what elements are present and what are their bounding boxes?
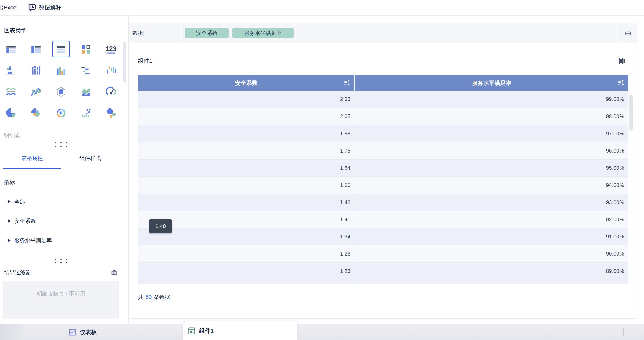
table-row[interactable]: 1.7596.00% (138, 142, 628, 160)
column-width-adjust-icon[interactable] (618, 57, 626, 66)
svg-text:123: 123 (106, 45, 116, 52)
metric-item-all[interactable]: 全部 (8, 198, 25, 205)
tab-component1-active[interactable]: 组件1 (183, 321, 298, 340)
line-chart-icon[interactable] (29, 85, 43, 99)
table-row[interactable]: 1.4192.00% (138, 211, 628, 228)
scatter-chart-icon[interactable] (79, 106, 93, 120)
result-filter-disabled-area: 明细表状态下不可用 (3, 281, 119, 319)
data-explain-label: 数据解释 (39, 4, 61, 11)
table-row[interactable]: 1.2890.00% (138, 245, 628, 263)
column-header-safety-factor[interactable]: 安全系数 (138, 75, 355, 91)
grouped-column-icon[interactable] (4, 64, 18, 78)
top-toolbar: 出Excel 数据解释 (0, 0, 644, 16)
bubble-chart-icon[interactable] (104, 106, 118, 120)
table-row[interactable]: 1.6495.00% (138, 160, 628, 177)
radar-chart-icon[interactable] (54, 85, 68, 99)
component-title: 组件1 (138, 57, 152, 64)
table-cell: 98.00% (355, 108, 628, 125)
tab-component-style[interactable]: 组件样式 (61, 152, 119, 168)
table-cell: 90.00% (355, 245, 628, 262)
bottom-bar-left-shade (0, 324, 24, 340)
detail-table-icon[interactable] (54, 42, 68, 56)
cross-table-icon[interactable] (29, 42, 43, 56)
data-explain-button[interactable]: 数据解释 (28, 3, 61, 12)
field-pill-service-level[interactable]: 服务水平满足率 (232, 28, 294, 38)
table-cell: 97.00% (355, 125, 628, 142)
drag-handle-icon[interactable] (53, 258, 69, 264)
value-tooltip: 1.48 (149, 219, 172, 233)
table-cell: 93.00% (355, 194, 628, 211)
table-cell: 1.23 (138, 263, 355, 280)
pie-chart-icon[interactable] (4, 106, 18, 120)
multi-column-icon[interactable] (29, 64, 43, 78)
table-cell: 2.05 (138, 108, 355, 125)
tab-bar-divider (623, 328, 624, 336)
column-chart-icon[interactable] (54, 64, 68, 78)
table-cell: 95.00% (355, 160, 628, 176)
table-cell: 92.00% (355, 211, 628, 228)
table-row[interactable]: 1.2389.00% (138, 263, 628, 280)
data-bar-divider (181, 23, 182, 43)
drag-handle-icon[interactable] (53, 141, 69, 148)
chart-type-scrollbar[interactable] (123, 42, 126, 82)
table-row[interactable]: 2.0598.00% (138, 108, 628, 125)
kpi-card-icon[interactable]: 123 (104, 42, 118, 56)
sort-icon[interactable] (344, 79, 350, 86)
table-row[interactable]: 1.4893.00% (138, 194, 628, 211)
table-scrollbar[interactable] (629, 94, 633, 131)
table-row[interactable]: 2.3399.00% (138, 91, 628, 108)
result-filter-title: 结果过滤器 (4, 269, 31, 276)
table-cell: 1.75 (138, 142, 355, 159)
data-field-bar: 数据 安全系数 服务水平满足率 (129, 23, 637, 43)
bar-chart-icon[interactable] (79, 64, 93, 78)
metric-item-safety-factor[interactable]: 安全系数 (8, 217, 36, 225)
tab-bar-divider (65, 327, 65, 336)
line-dual-icon[interactable] (4, 85, 18, 99)
tab-table-properties[interactable]: 表格属性 (3, 152, 61, 168)
record-count: 共50条数据 (138, 294, 170, 301)
rose-chart-icon[interactable] (29, 106, 43, 120)
grouped-table-icon[interactable] (4, 42, 18, 56)
record-count-link[interactable]: 50 (146, 294, 152, 300)
filter-icon[interactable] (110, 269, 118, 278)
table-cell: 1.28 (138, 245, 355, 262)
component-chart-icon (188, 327, 196, 335)
range-column-icon[interactable] (104, 64, 118, 78)
indicator-board-icon[interactable] (79, 42, 93, 56)
table-row[interactable]: 1.5594.00% (138, 177, 628, 194)
table-cell: 99.00% (355, 91, 628, 108)
tab-dashboard[interactable]: 仪表板 (68, 324, 97, 340)
table-cell: 94.00% (355, 177, 628, 194)
table-cell: 89.00% (355, 263, 628, 280)
property-tabs: 表格属性 组件样式 (3, 152, 119, 168)
selected-chart-label: 明细表 (4, 132, 20, 139)
column-header-service-level[interactable]: 服务水平满足率 (355, 75, 628, 91)
chat-chart-icon (28, 3, 36, 12)
table-row-partial (138, 280, 628, 284)
field-pill-safety-factor[interactable]: 安全系数 (185, 28, 229, 38)
gauge-icon[interactable] (104, 85, 118, 99)
table-body: 2.3399.00%2.0598.00%1.8897.00%1.7596.00%… (138, 91, 628, 284)
table-row[interactable]: 1.8897.00% (138, 125, 628, 142)
triangle-right-icon (8, 219, 11, 223)
chart-type-title: 图表类型 (4, 27, 27, 34)
table-header: 安全系数 服务水平满足率 (138, 75, 628, 91)
table-cell: 1.64 (138, 160, 355, 176)
table-cell: 1.88 (138, 125, 355, 142)
table-row[interactable]: 1.3491.00% (138, 228, 628, 245)
export-excel-button[interactable]: 出Excel (0, 4, 17, 11)
table-cell (138, 280, 355, 284)
filter-icon[interactable] (624, 30, 632, 38)
table-cell: 2.33 (138, 91, 355, 108)
metric-item-service-level[interactable]: 服务水平满足率 (8, 237, 52, 244)
table-cell: 91.00% (355, 228, 628, 245)
table-cell: 1.48 (138, 194, 355, 211)
filter-disabled-hint: 明细表状态下不可用 (3, 290, 119, 298)
sort-icon[interactable] (618, 79, 625, 86)
table-cell: 1.55 (138, 177, 355, 194)
chart-type-grid: 123 (4, 42, 118, 120)
triangle-right-icon (8, 200, 11, 203)
area-chart-icon[interactable] (79, 85, 93, 99)
metrics-title: 指标 (4, 179, 15, 186)
ring-chart-icon[interactable] (54, 106, 68, 120)
